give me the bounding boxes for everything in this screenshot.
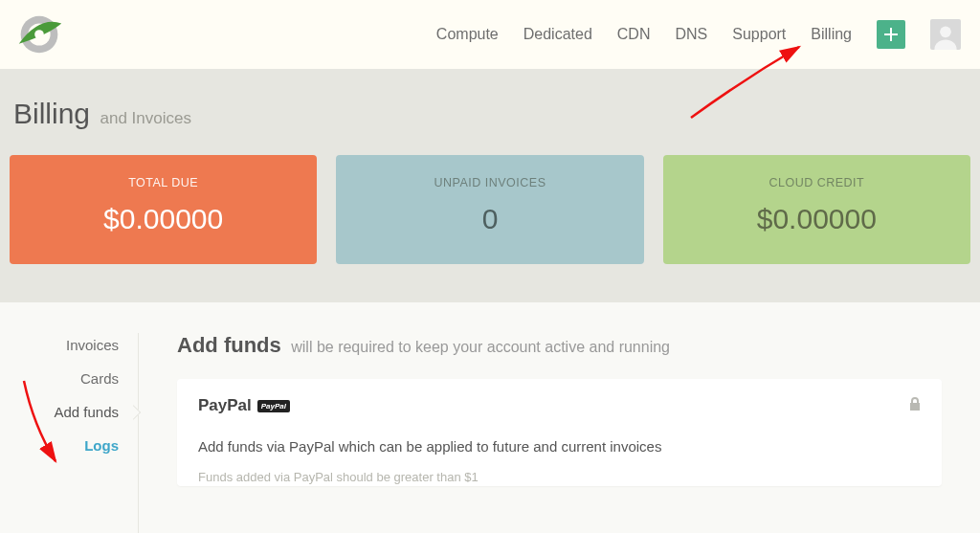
content-area: Add funds will be required to keep your … — [139, 333, 980, 533]
section-title-sub: will be required to keep your account ac… — [291, 339, 670, 355]
lock-icon — [909, 397, 921, 414]
paypal-badge-icon: PayPal — [257, 400, 290, 412]
stat-card-cloud-credit: CLOUD CREDIT $0.00000 — [663, 155, 970, 264]
user-icon — [932, 23, 959, 50]
provider-name: PayPal — [198, 396, 252, 415]
section-title: Add funds will be required to keep your … — [177, 333, 942, 358]
nav-dns[interactable]: DNS — [675, 26, 707, 43]
sidebar-item-invoices[interactable]: Invoices — [0, 337, 119, 353]
brand-logo[interactable] — [11, 7, 67, 62]
stat-card-unpaid-invoices: UNPAID INVOICES 0 — [336, 155, 643, 264]
nav-billing[interactable]: Billing — [811, 26, 852, 43]
nav-support[interactable]: Support — [732, 26, 786, 43]
stat-value: $0.00000 — [673, 203, 961, 235]
svg-point-3 — [940, 27, 951, 38]
sidebar-item-cards[interactable]: Cards — [0, 370, 119, 387]
panel-header: PayPal PayPal — [198, 396, 921, 415]
section-title-main: Add funds — [177, 333, 281, 357]
panel-description: Add funds via PayPal which can be applie… — [198, 438, 921, 455]
top-header: Compute Dedicated CDN DNS Support Billin… — [0, 0, 980, 69]
stat-card-total-due: TOTAL DUE $0.00000 — [10, 155, 317, 264]
avatar[interactable] — [930, 19, 961, 50]
add-button[interactable] — [877, 20, 905, 49]
billing-strip: Billing and Invoices TOTAL DUE $0.00000 … — [0, 69, 980, 302]
stat-cards-row: TOTAL DUE $0.00000 UNPAID INVOICES 0 CLO… — [10, 155, 970, 264]
svg-point-2 — [34, 30, 44, 39]
sidebar-item-logs[interactable]: Logs — [0, 437, 119, 454]
billing-sidebar: Invoices Cards Add funds Logs — [0, 333, 139, 533]
stat-label: CLOUD CREDIT — [673, 176, 961, 189]
page-title-sub: and Invoices — [100, 109, 191, 127]
nav-dedicated[interactable]: Dedicated — [523, 26, 592, 43]
nav-cdn[interactable]: CDN — [617, 26, 651, 43]
stat-value: $0.00000 — [19, 203, 307, 235]
paypal-panel: PayPal PayPal Add funds via PayPal which… — [177, 379, 942, 486]
nav-compute[interactable]: Compute — [436, 26, 499, 43]
sidebar-item-add-funds[interactable]: Add funds — [0, 404, 119, 420]
plus-icon — [884, 28, 898, 41]
page-title: Billing and Invoices — [13, 98, 970, 130]
stat-label: TOTAL DUE — [19, 176, 307, 189]
stat-value: 0 — [345, 203, 634, 235]
lower-section: Invoices Cards Add funds Logs Add funds … — [0, 302, 980, 533]
panel-note: Funds added via PayPal should be greater… — [198, 470, 921, 484]
page-title-main: Billing — [13, 98, 90, 129]
stat-label: UNPAID INVOICES — [345, 176, 634, 189]
panel-title: PayPal PayPal — [198, 396, 290, 415]
top-nav: Compute Dedicated CDN DNS Support Billin… — [436, 19, 961, 50]
